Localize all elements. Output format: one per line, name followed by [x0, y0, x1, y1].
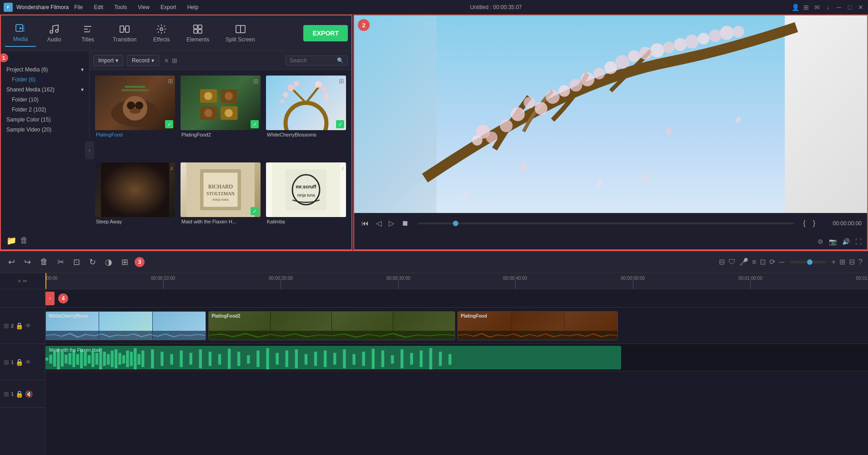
sidebar-item-folder3[interactable]: Folder 2 (102): [3, 105, 87, 115]
sidebar-collapse-button[interactable]: ‹: [85, 141, 94, 159]
audio-clip-maid[interactable]: Maid with the Flaxen Hair: [45, 346, 621, 369]
undo-button[interactable]: ↩: [5, 255, 18, 269]
menu-edit[interactable]: Edit: [92, 3, 105, 11]
sidebar-item-folder2[interactable]: Folder (10): [3, 95, 87, 105]
media-item-whitecherryblossoms[interactable]: ⊞ ✓ WhiteCherryBlossoms: [266, 76, 346, 157]
sidebar-item-project-media[interactable]: Project Media (6) ▾: [3, 65, 87, 75]
step-back-button[interactable]: ◁: [374, 217, 383, 229]
svg-point-7: [160, 28, 163, 30]
export-button[interactable]: EXPORT: [303, 25, 348, 41]
import-button[interactable]: Import ▾: [93, 55, 123, 66]
record-button[interactable]: Record ▾: [127, 55, 159, 66]
fullscreen-icon[interactable]: ⛶: [855, 238, 862, 245]
svg-rect-90: [72, 350, 75, 367]
search-icon[interactable]: 🔍: [337, 57, 344, 64]
text-overlay-icon[interactable]: ⊡: [760, 258, 766, 266]
loop-icon[interactable]: ⟳: [769, 258, 775, 266]
media-item-platingfood[interactable]: ⊞ ✓ PlatingFood: [95, 76, 175, 157]
clip-platingfood2[interactable]: PlatingFood2: [208, 311, 455, 340]
tab-elements[interactable]: Elements: [179, 20, 216, 46]
fit-icon[interactable]: ⊞: [839, 258, 845, 266]
media-item-kalimba[interactable]: mr.scruff ninja tuna ♪ Kalimba: [266, 162, 346, 244]
help-icon[interactable]: ?: [858, 258, 863, 266]
tab-media[interactable]: Media: [5, 20, 36, 47]
mic-icon[interactable]: 🎤: [739, 258, 748, 266]
stop-button[interactable]: ⏹: [400, 217, 411, 229]
tab-effects[interactable]: Effects: [146, 20, 177, 46]
snapshot-icon[interactable]: 📷: [829, 238, 837, 245]
rotate-button[interactable]: ↻: [86, 255, 99, 269]
cut-button[interactable]: ✂: [55, 255, 67, 269]
add-folder-icon[interactable]: 📁: [6, 236, 16, 246]
menu-tools[interactable]: Tools: [112, 3, 129, 11]
media-item-sleepaway[interactable]: ♪ Sleep Away: [95, 162, 175, 244]
svg-point-33: [294, 81, 299, 86]
mark-in-button[interactable]: {: [801, 217, 807, 229]
filter-icon[interactable]: ≡: [165, 57, 168, 64]
clip-whitecherrybloss[interactable]: WhiteCherryBloss: [45, 311, 206, 340]
settings-icon[interactable]: ⚙: [818, 238, 823, 245]
svg-rect-140: [448, 354, 451, 364]
lock-icon-v2[interactable]: 🔒: [15, 322, 23, 329]
menu-view[interactable]: View: [136, 3, 151, 11]
adjust-button[interactable]: ⊞: [119, 255, 131, 269]
message-icon[interactable]: ✉: [813, 4, 821, 11]
zoom-out-icon[interactable]: ─: [779, 258, 784, 266]
tab-audio[interactable]: Audio: [38, 20, 70, 46]
add-track-icon-v1[interactable]: ⊞: [4, 359, 9, 366]
download-icon[interactable]: ↓: [824, 4, 832, 11]
delete-icon[interactable]: 🗑: [20, 236, 28, 246]
sidebar-item-sample-color[interactable]: Sample Color (15): [3, 115, 87, 125]
crop-button[interactable]: ⊡: [70, 255, 83, 269]
play-button[interactable]: ▷: [387, 217, 396, 229]
svg-point-37: [324, 93, 329, 99]
user-icon[interactable]: 👤: [792, 4, 799, 11]
close-button[interactable]: ✕: [857, 4, 864, 11]
filter-edit-icon[interactable]: ⊟: [719, 258, 725, 266]
zoom-in-icon[interactable]: +: [832, 258, 836, 266]
add-track-icon-a1[interactable]: ⊞: [4, 390, 9, 398]
columns-icon[interactable]: ⊟: [849, 258, 855, 266]
menu-file[interactable]: File: [72, 3, 85, 11]
zoom-slider[interactable]: [790, 261, 826, 263]
color-button[interactable]: ◑: [102, 255, 115, 269]
shield-icon[interactable]: 🛡: [728, 258, 736, 266]
skip-back-button[interactable]: ⏮: [360, 217, 371, 229]
lock-icon-a1[interactable]: 🔒: [15, 390, 23, 398]
sidebar-item-sample-video[interactable]: Sample Video (20): [3, 125, 87, 135]
svg-rect-121: [266, 348, 269, 369]
minimize-button[interactable]: ─: [835, 4, 843, 11]
preview-video: 2: [354, 15, 867, 213]
grid-view-icon[interactable]: ⊞: [172, 57, 177, 64]
redo-button[interactable]: ↪: [21, 255, 34, 269]
sidebar-project-media-label: Project Media (6): [6, 66, 48, 73]
mark-out-button[interactable]: }: [811, 217, 817, 229]
mute-icon-a1[interactable]: 🔇: [25, 390, 33, 398]
sidebar-item-shared-media[interactable]: Shared Media (162) ▾: [3, 85, 87, 95]
eye-icon-v1[interactable]: 👁: [25, 359, 31, 366]
subtitle-icon[interactable]: ≡: [752, 258, 756, 266]
lock-icon-v1[interactable]: 🔒: [15, 359, 23, 366]
delete-button[interactable]: 🗑: [37, 255, 51, 268]
tab-splitscreen[interactable]: Split Screen: [218, 20, 262, 46]
tab-transition[interactable]: Transition: [105, 20, 144, 46]
media-item-maidflaxen[interactable]: RICHARD STOLTZMAN ninja tuna ♪ ✓ Maid wi…: [181, 162, 261, 244]
svg-rect-9: [198, 25, 202, 29]
add-track-icon[interactable]: ⊞: [4, 322, 9, 329]
eye-icon-v2[interactable]: 👁: [25, 322, 31, 329]
playhead-bar[interactable]: [418, 222, 794, 224]
clip-platingfood[interactable]: PlatingFood: [457, 311, 618, 340]
layout-icon[interactable]: ⊞: [803, 4, 810, 11]
search-input[interactable]: [290, 57, 335, 64]
track-2-scroll-arrow[interactable]: ‹: [45, 292, 55, 305]
menu-export[interactable]: Export: [159, 3, 178, 11]
volume-icon[interactable]: 🔊: [842, 238, 850, 245]
add-track-button[interactable]: + ✂: [0, 273, 45, 289]
tab-titles[interactable]: T Titles: [72, 20, 104, 46]
track-label-a1: ⊞ 1 🔒 🔇: [0, 380, 45, 408]
sidebar-item-folder[interactable]: Folder (6): [3, 75, 87, 85]
menu-help[interactable]: Help: [186, 3, 201, 11]
media-item-platingfood2[interactable]: ⊞ ✓ PlatingFood2: [181, 76, 261, 157]
maximize-button[interactable]: □: [846, 4, 853, 11]
svg-rect-136: [410, 353, 413, 365]
